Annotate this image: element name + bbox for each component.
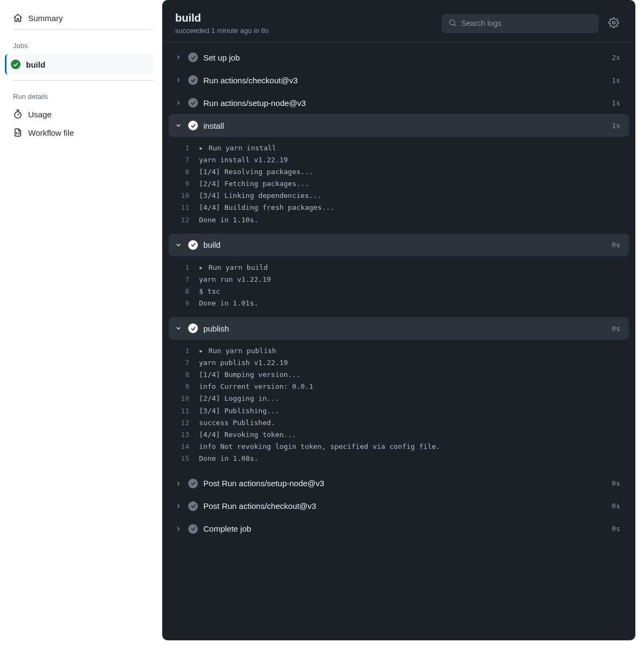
step-row[interactable]: Run actions/setup-node@v31s bbox=[169, 91, 629, 114]
log-line[interactable]: 10[2/4] Logging in... bbox=[169, 393, 629, 405]
log-line[interactable]: 9[2/4] Fetching packages... bbox=[169, 178, 629, 190]
log-line[interactable]: 11[4/4] Building fresh packages... bbox=[169, 202, 629, 214]
step-name: Run actions/checkout@v3 bbox=[203, 76, 606, 85]
log-line[interactable]: 1▸ Run yarn install bbox=[169, 142, 629, 154]
workflow-file-icon bbox=[13, 128, 23, 137]
log-line[interactable]: 14info Not revoking login token, specifi… bbox=[169, 441, 629, 453]
log-line[interactable]: 15Done in 1.08s. bbox=[169, 453, 629, 465]
svg-line-5 bbox=[454, 24, 456, 26]
sidebar-workflow-file-label: Workflow file bbox=[28, 128, 74, 137]
chevron-right-icon bbox=[174, 480, 183, 487]
log-line-text: [3/4] Linking dependencies... bbox=[199, 190, 322, 202]
step-duration: 1s bbox=[612, 122, 620, 130]
log-line-number: 8 bbox=[169, 286, 199, 297]
step-row[interactable]: build0s bbox=[169, 234, 629, 256]
success-check-icon bbox=[11, 59, 21, 69]
log-line[interactable]: 7yarn run v1.22.19 bbox=[169, 274, 629, 286]
log-line-text: info Not revoking login token, specified… bbox=[199, 441, 440, 453]
step-row[interactable]: Set up job2s bbox=[169, 46, 629, 69]
sidebar-summary[interactable]: Summary bbox=[6, 9, 154, 27]
success-check-icon bbox=[188, 52, 198, 62]
step-name: build bbox=[203, 240, 606, 249]
success-check-icon bbox=[188, 501, 198, 511]
svg-point-6 bbox=[613, 21, 615, 24]
panel-header: build succeeded 1 minute ago in 8s bbox=[162, 0, 635, 42]
job-status-line: succeeded 1 minute ago in 8s bbox=[175, 27, 269, 35]
log-line-number: 1 bbox=[169, 345, 199, 357]
log-line-number: 7 bbox=[169, 154, 199, 166]
step-row[interactable]: Complete job0s bbox=[169, 518, 629, 540]
step-row[interactable]: Run actions/checkout@v31s bbox=[169, 69, 629, 91]
log-line-text: ▸ Run yarn build bbox=[199, 262, 268, 274]
search-input[interactable] bbox=[461, 19, 592, 28]
step-row[interactable]: install1s bbox=[169, 114, 629, 137]
log-line-number: 11 bbox=[169, 202, 199, 214]
log-line[interactable]: 10[3/4] Linking dependencies... bbox=[169, 190, 629, 202]
sidebar-usage[interactable]: Usage bbox=[6, 105, 154, 123]
step-duration: 2s bbox=[612, 54, 620, 62]
log-line[interactable]: 7yarn publish v1.22.19 bbox=[169, 357, 629, 369]
chevron-right-icon bbox=[174, 526, 183, 532]
log-line[interactable]: 9info Current version: 0.0.1 bbox=[169, 381, 629, 393]
log-line[interactable]: 7yarn install v1.22.19 bbox=[169, 154, 629, 166]
log-line[interactable]: 12success Published. bbox=[169, 417, 629, 429]
step-duration: 0s bbox=[612, 502, 620, 510]
step-name: Run actions/setup-node@v3 bbox=[203, 98, 606, 108]
sidebar-rundetails-heading: Run details bbox=[6, 83, 154, 105]
log-line-number: 1 bbox=[169, 142, 199, 154]
sidebar-workflow-file[interactable]: Workflow file bbox=[6, 123, 154, 142]
settings-button[interactable] bbox=[605, 15, 622, 32]
step-row[interactable]: Post Run actions/checkout@v30s bbox=[169, 495, 629, 518]
step-duration: 0s bbox=[612, 241, 620, 249]
sidebar-job-build[interactable]: build bbox=[5, 54, 154, 75]
log-line-text: Done in 1.10s. bbox=[199, 214, 258, 226]
log-line[interactable]: 13[4/4] Revoking token... bbox=[169, 429, 629, 441]
step-row[interactable]: Post Run actions/setup-node@v30s bbox=[169, 472, 629, 495]
log-line-text: yarn run v1.22.19 bbox=[199, 274, 271, 286]
log-line-text: [1/4] Bumping version... bbox=[199, 369, 301, 381]
log-line-text: [1/4] Resolving packages... bbox=[199, 166, 313, 178]
log-line[interactable]: 8[1/4] Resolving packages... bbox=[169, 166, 629, 178]
gear-icon bbox=[608, 17, 619, 30]
chevron-down-icon bbox=[174, 122, 183, 129]
chevron-right-icon bbox=[174, 503, 183, 509]
sidebar-job-label: build bbox=[26, 60, 45, 69]
log-line-text: ▸ Run yarn install bbox=[199, 142, 276, 154]
log-line-text: [2/4] Logging in... bbox=[199, 393, 280, 405]
log-line-text: [4/4] Revoking token... bbox=[199, 429, 296, 441]
chevron-right-icon bbox=[174, 54, 183, 61]
log-block: 1▸ Run yarn install7yarn install v1.22.1… bbox=[169, 137, 629, 234]
log-line-text: yarn publish v1.22.19 bbox=[199, 357, 288, 369]
main: build succeeded 1 minute ago in 8s Set u… bbox=[162, 0, 644, 649]
log-line[interactable]: 12Done in 1.10s. bbox=[169, 214, 629, 226]
step-name: Post Run actions/setup-node@v3 bbox=[203, 479, 606, 488]
log-line-text: [2/4] Fetching packages... bbox=[199, 178, 309, 190]
success-check-icon bbox=[188, 240, 198, 250]
sidebar-jobs-heading: Jobs bbox=[6, 32, 154, 54]
log-line-text: [3/4] Publishing... bbox=[199, 405, 280, 417]
divider bbox=[162, 42, 635, 43]
log-line-text: info Current version: 0.0.1 bbox=[199, 381, 313, 393]
sidebar-usage-label: Usage bbox=[28, 110, 51, 119]
log-line-number: 12 bbox=[169, 417, 199, 429]
step-row[interactable]: publish0s bbox=[169, 317, 629, 340]
step-duration: 0s bbox=[612, 525, 620, 533]
log-line-number: 1 bbox=[169, 262, 199, 274]
log-line[interactable]: 9Done in 1.01s. bbox=[169, 297, 629, 309]
step-name: Post Run actions/checkout@v3 bbox=[203, 501, 606, 511]
sidebar: Summary Jobs build Run details Usage Wor… bbox=[0, 0, 162, 649]
sidebar-summary-label: Summary bbox=[28, 14, 63, 23]
search-logs[interactable] bbox=[442, 14, 599, 33]
log-line-text: yarn install v1.22.19 bbox=[199, 154, 288, 166]
log-block: 1▸ Run yarn build7yarn run v1.22.198$ ts… bbox=[169, 256, 629, 317]
log-line[interactable]: 8[1/4] Bumping version... bbox=[169, 369, 629, 381]
log-line-number: 14 bbox=[169, 441, 199, 453]
log-line[interactable]: 1▸ Run yarn publish bbox=[169, 345, 629, 357]
log-line[interactable]: 8$ tsc bbox=[169, 286, 629, 297]
log-line-number: 12 bbox=[169, 214, 199, 226]
svg-line-1 bbox=[18, 114, 19, 115]
log-line[interactable]: 11[3/4] Publishing... bbox=[169, 405, 629, 417]
step-name: Complete job bbox=[203, 524, 606, 533]
log-line[interactable]: 1▸ Run yarn build bbox=[169, 262, 629, 274]
log-line-text: ▸ Run yarn publish bbox=[199, 345, 276, 357]
